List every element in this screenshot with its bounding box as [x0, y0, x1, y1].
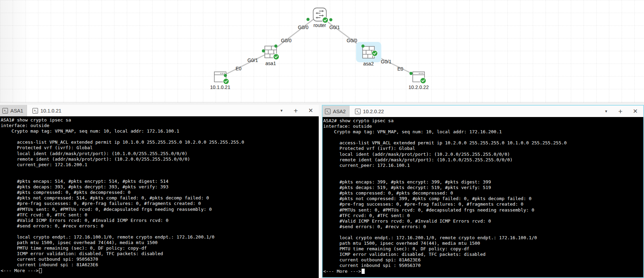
tab-label: ASA1 — [10, 108, 23, 114]
port-dot-asa2-g00 — [362, 45, 365, 48]
port-dot-router-g00 — [307, 18, 310, 21]
more-prompt: <--- More ---> — [1, 268, 39, 273]
close-icon[interactable]: ✕ — [633, 108, 638, 114]
tabbar-controls: ▼ + ✕ — [280, 105, 319, 116]
asa1-label: asa1 — [265, 61, 276, 66]
terminal-cursor — [39, 268, 42, 273]
tab-10-1-0-21[interactable]: >_ 10.1.0.21 — [30, 105, 65, 116]
host2-status-badge — [420, 78, 426, 84]
tabbar-spacer — [388, 106, 605, 117]
tab-asa2[interactable]: >_ ASA2 — [323, 106, 349, 117]
iface-label-asa1-g00: G0/0 — [281, 38, 292, 43]
terminal-cursor — [362, 269, 365, 274]
port-dot-host2-e0 — [410, 72, 413, 75]
iface-label-asa2-g01: G0/1 — [381, 59, 392, 64]
terminal-icon: >_ — [2, 108, 8, 114]
tab-label: 10.2.0.22 — [363, 109, 384, 114]
more-prompt: <--- More ---> — [323, 269, 361, 274]
port-dot-asa1-g01 — [262, 50, 265, 53]
terminal-icon: >_ — [32, 108, 38, 114]
iface-label-asa2-g00: G0/0 — [347, 38, 357, 43]
iface-label-host2-e0: E0 — [397, 66, 403, 72]
asa2-console[interactable]: ASA2# show crypto ipsec sa interface: ou… — [323, 117, 643, 277]
asa1-console-output: ASA1# show crypto ipsec sa interface: ou… — [1, 117, 319, 268]
host2-label: 10.2.0.22 — [409, 84, 429, 90]
router-label: router — [314, 23, 326, 28]
asa1-tabbar: >_ ASA1 >_ 10.1.0.21 ▼ + ✕ — [0, 105, 319, 116]
terminal-icon: >_ — [355, 109, 361, 114]
chevron-down-icon[interactable]: ▼ — [280, 109, 283, 113]
asa1-status-badge — [273, 54, 279, 60]
iface-label-router-g00: G0/0 — [298, 25, 309, 30]
iface-label-host1-e0: E0 — [235, 66, 241, 71]
terminal-panel-asa1: >_ ASA1 >_ 10.1.0.21 ▼ + ✕ ASA1# show cr… — [0, 105, 319, 278]
asa1-console[interactable]: ASA1# show crypto ipsec sa interface: ou… — [0, 116, 319, 278]
close-icon[interactable]: ✕ — [308, 108, 313, 114]
asa2-tabbar: >_ ASA2 >_ 10.2.0.22 ▼ + ✕ — [323, 106, 643, 117]
chevron-down-icon[interactable]: ▼ — [605, 110, 608, 113]
port-dot-asa1-g00 — [274, 45, 278, 48]
asa2-label: asa2 — [363, 61, 374, 66]
canvas-left-shade — [0, 0, 31, 102]
new-tab-button[interactable]: + — [293, 107, 298, 114]
terminal-panel-asa2: >_ ASA2 >_ 10.2.0.22 ▼ + ✕ ASA2# show cr… — [322, 105, 644, 278]
router-status-badge — [323, 17, 328, 23]
tab-label: 10.1.0.21 — [40, 108, 61, 114]
iface-label-router-g01: G0/1 — [329, 25, 340, 30]
tab-10-2-0-22[interactable]: >_ 10.2.0.22 — [353, 106, 387, 117]
terminal-area: >_ ASA1 >_ 10.1.0.21 ▼ + ✕ ASA1# show cr… — [0, 105, 644, 278]
terminal-gap — [319, 105, 322, 278]
port-dot-host1-e0 — [224, 74, 227, 77]
host1-label: 10.1.0.21 — [210, 84, 231, 90]
host1-status-badge — [223, 79, 229, 84]
asa2-status-badge — [372, 51, 378, 56]
tab-asa1[interactable]: >_ ASA1 — [0, 105, 27, 116]
new-tab-button[interactable]: + — [618, 108, 622, 115]
tabbar-controls: ▼ + ✕ — [605, 106, 643, 117]
tabbar-spacer — [65, 105, 280, 116]
topology-canvas[interactable]: router asa1 asa2 10.1.0.21 10.2.0.22 G0/… — [0, 0, 644, 103]
iface-label-asa1-g01: G0/1 — [248, 57, 258, 63]
port-dot-router-g01 — [329, 18, 333, 21]
tab-label: ASA2 — [333, 109, 346, 114]
topology-svg: router asa1 asa2 10.1.0.21 10.2.0.22 G0/… — [0, 0, 644, 102]
asa2-console-output: ASA2# show crypto ipsec sa interface: ou… — [323, 118, 643, 269]
terminal-icon: >_ — [325, 109, 330, 114]
